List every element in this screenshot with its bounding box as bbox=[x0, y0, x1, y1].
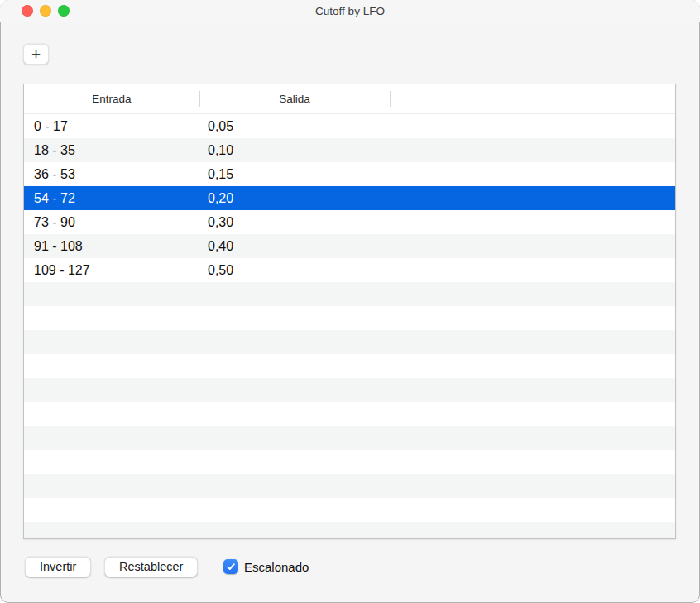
table-row-empty[interactable] bbox=[24, 474, 675, 498]
salida-cell bbox=[199, 426, 390, 450]
salida-cell bbox=[199, 522, 390, 539]
salida-cell[interactable]: 0,20 bbox=[199, 186, 390, 210]
entrada-cell bbox=[24, 450, 199, 474]
invert-button[interactable]: Invertir bbox=[25, 557, 91, 577]
table-header: Entrada Salida bbox=[24, 84, 675, 114]
table-row-empty[interactable] bbox=[24, 522, 675, 539]
entrada-cell[interactable]: 36 - 53 bbox=[24, 162, 199, 186]
salida-cell[interactable]: 0,30 bbox=[199, 210, 390, 234]
salida-cell bbox=[199, 450, 390, 474]
column-header-salida[interactable]: Salida bbox=[199, 84, 390, 113]
checkbox-checked[interactable] bbox=[223, 559, 238, 574]
table-row-empty[interactable] bbox=[24, 450, 675, 474]
table-row-empty[interactable] bbox=[24, 378, 675, 402]
entrada-cell bbox=[24, 354, 199, 378]
salida-cell bbox=[199, 306, 390, 330]
table-row-empty[interactable] bbox=[24, 498, 675, 522]
stepped-checkbox-group: Escalonado bbox=[223, 556, 309, 577]
salida-cell bbox=[199, 474, 390, 498]
entrada-cell[interactable]: 91 - 108 bbox=[24, 234, 199, 258]
entrada-cell[interactable]: 0 - 17 bbox=[24, 114, 199, 138]
column-header-entrada[interactable]: Entrada bbox=[24, 84, 199, 113]
entrada-cell bbox=[24, 306, 199, 330]
entrada-cell bbox=[24, 474, 199, 498]
entrada-cell bbox=[24, 498, 199, 522]
entrada-cell[interactable]: 73 - 90 bbox=[24, 210, 199, 234]
salida-cell bbox=[199, 498, 390, 522]
table-body: 0 - 170,0518 - 350,1036 - 530,1554 - 720… bbox=[24, 114, 675, 539]
salida-cell bbox=[199, 282, 390, 306]
titlebar: Cutoff by LFO bbox=[0, 0, 700, 22]
salida-cell[interactable]: 0,15 bbox=[199, 162, 390, 186]
salida-cell bbox=[199, 402, 390, 426]
entrada-cell bbox=[24, 330, 199, 354]
entrada-cell bbox=[24, 282, 199, 306]
table-row-empty[interactable] bbox=[24, 426, 675, 450]
salida-cell bbox=[199, 330, 390, 354]
table-row-empty[interactable] bbox=[24, 330, 675, 354]
window: Cutoff by LFO + Entrada Salida 0 - 170,0… bbox=[0, 0, 700, 603]
entrada-cell[interactable]: 54 - 72 bbox=[24, 186, 199, 210]
table-row[interactable]: 18 - 350,10 bbox=[24, 138, 675, 162]
salida-cell[interactable]: 0,10 bbox=[199, 138, 390, 162]
table-row-empty[interactable] bbox=[24, 306, 675, 330]
window-title: Cutoff by LFO bbox=[0, 0, 700, 22]
table-row[interactable]: 36 - 530,15 bbox=[24, 162, 675, 186]
table-row[interactable]: 0 - 170,05 bbox=[24, 114, 675, 138]
check-icon bbox=[226, 562, 236, 572]
table-row-empty[interactable] bbox=[24, 354, 675, 378]
footer-controls: Invertir Restablecer Escalonado bbox=[0, 556, 700, 577]
plus-icon: + bbox=[31, 45, 41, 63]
entrada-cell[interactable]: 109 - 127 bbox=[24, 258, 199, 282]
salida-cell[interactable]: 0,50 bbox=[199, 258, 390, 282]
add-row-button[interactable]: + bbox=[23, 44, 49, 65]
salida-cell[interactable]: 0,05 bbox=[199, 114, 390, 138]
column-divider bbox=[390, 91, 391, 107]
reset-button[interactable]: Restablecer bbox=[104, 557, 198, 577]
column-divider bbox=[199, 91, 200, 107]
table-row-empty[interactable] bbox=[24, 402, 675, 426]
salida-cell bbox=[199, 378, 390, 402]
table-row[interactable]: 91 - 1080,40 bbox=[24, 234, 675, 258]
salida-cell[interactable]: 0,40 bbox=[199, 234, 390, 258]
entrada-cell bbox=[24, 522, 199, 539]
table-row[interactable]: 73 - 900,30 bbox=[24, 210, 675, 234]
entrada-cell bbox=[24, 426, 199, 450]
entrada-cell[interactable]: 18 - 35 bbox=[24, 138, 199, 162]
stepped-checkbox-label[interactable]: Escalonado bbox=[244, 560, 309, 574]
table-row-empty[interactable] bbox=[24, 282, 675, 306]
salida-cell bbox=[199, 354, 390, 378]
entrada-cell bbox=[24, 402, 199, 426]
table-row[interactable]: 109 - 1270,50 bbox=[24, 258, 675, 282]
entrada-cell bbox=[24, 378, 199, 402]
transform-table: Entrada Salida 0 - 170,0518 - 350,1036 -… bbox=[23, 84, 676, 539]
table-row[interactable]: 54 - 720,20 bbox=[24, 186, 675, 210]
